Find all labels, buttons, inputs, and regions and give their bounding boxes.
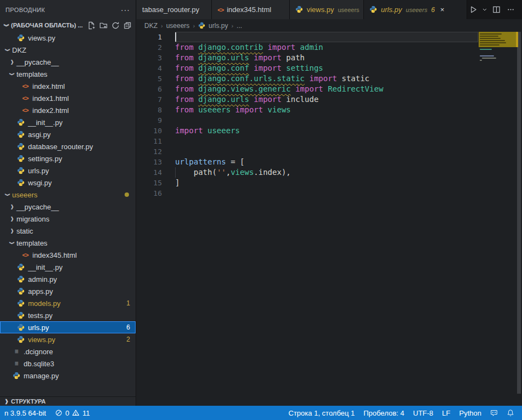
tree-item-admin-py[interactable]: admin.py: [0, 273, 136, 285]
indentation-status[interactable]: Пробелов: 4: [359, 406, 408, 420]
tab-views-py[interactable]: views.pyuseeers2: [290, 0, 364, 19]
code-editor[interactable]: 12from django.contrib import admin3from …: [137, 32, 522, 406]
line-number[interactable]: 5: [137, 73, 162, 84]
chevron-down-icon[interactable]: ❱: [9, 70, 15, 78]
breadcrumb-item-dkz[interactable]: DKZ: [144, 22, 158, 30]
python-interpreter-status[interactable]: n 3.9.5 64-bit: [0, 406, 50, 420]
line-number[interactable]: 2: [137, 42, 162, 53]
tree-item-tests-py[interactable]: tests.py: [0, 309, 136, 321]
code-line-16[interactable]: 16: [137, 188, 522, 198]
code-line-8[interactable]: 8from useeers import views: [137, 105, 522, 115]
more-actions-icon[interactable]: [504, 3, 517, 16]
code-line-15[interactable]: 15]: [137, 178, 522, 188]
code-line-13[interactable]: 13urlpatterns = [: [137, 157, 522, 167]
tree-item-index2-html[interactable]: <>index2.html: [0, 104, 136, 116]
minimap[interactable]: [479, 32, 516, 207]
run-python-file-icon[interactable]: [467, 3, 479, 16]
tree-item--pycache-[interactable]: ❱__pycache__: [0, 201, 136, 213]
code-line-7[interactable]: 7from django.urls import include: [137, 94, 522, 105]
tree-item--init-py[interactable]: __init__.py: [0, 116, 136, 128]
code-line-2[interactable]: 2from django.contrib import admin: [137, 42, 522, 53]
tree-item-views-py[interactable]: views.py2: [0, 333, 136, 345]
line-number[interactable]: 3: [137, 53, 162, 63]
line-number[interactable]: 4: [137, 63, 162, 73]
run-dropdown-icon[interactable]: [481, 3, 488, 16]
tree-item-apps-py[interactable]: apps.py: [0, 285, 136, 297]
breadcrumb-item-useeers[interactable]: useeers: [166, 22, 190, 30]
tree-item--init-py[interactable]: __init__.py: [0, 261, 136, 273]
line-number[interactable]: 10: [137, 126, 162, 136]
scrollbar-thumb[interactable]: [517, 32, 521, 394]
tree-item-index-html[interactable]: <>index.html: [0, 80, 136, 92]
outline-section-header[interactable]: ❱ СТРУКТУРА: [0, 396, 136, 406]
tree-item-urls-py[interactable]: urls.py6: [0, 321, 136, 333]
tree-item-dkz[interactable]: ❱DKZ: [0, 44, 136, 56]
new-file-icon[interactable]: [85, 20, 97, 31]
line-number[interactable]: 9: [137, 115, 162, 126]
code-line-6[interactable]: 6from django.views.generic import Redire…: [137, 84, 522, 94]
notifications-bell-icon[interactable]: [502, 406, 519, 420]
tree-item-urls-py[interactable]: urls.py: [0, 164, 136, 177]
tree-item-templates[interactable]: ❱templates: [0, 237, 136, 249]
line-number[interactable]: 15: [137, 178, 162, 188]
collapse-all-icon[interactable]: [121, 20, 133, 31]
code-line-1[interactable]: 1: [137, 32, 522, 42]
tree-item-index1-html[interactable]: <>index1.html: [0, 92, 136, 104]
tree-item-database-roouter-py[interactable]: database_roouter.py: [0, 140, 136, 152]
tab-index345-html[interactable]: <>index345.html: [212, 0, 289, 19]
workspace-section-header[interactable]: ❱ (РАБОЧАЯ ОБЛАСТЬ) ...: [0, 19, 136, 31]
line-number[interactable]: 6: [137, 84, 162, 94]
explorer-more-actions-icon[interactable]: ···: [121, 5, 130, 14]
eol-status[interactable]: LF: [437, 406, 454, 420]
close-icon[interactable]: ×: [440, 5, 445, 14]
tree-item-migrations[interactable]: ❱migrations: [0, 213, 136, 225]
tab-tabase-roouter-py[interactable]: tabase_roouter.py: [137, 0, 212, 19]
breadcrumb-item-urls-py[interactable]: urls.py: [198, 22, 228, 30]
tree-item--dcignore[interactable]: ≡.dcignore: [0, 345, 136, 357]
code-line-3[interactable]: 3from django.urls import path: [137, 53, 522, 63]
line-number[interactable]: 1: [137, 32, 162, 42]
tree-item-db-sqlite3[interactable]: ≡db.sqlite3: [0, 357, 136, 370]
code-line-11[interactable]: 11: [137, 136, 522, 146]
code-line-12[interactable]: 12: [137, 146, 522, 157]
chevron-down-icon[interactable]: ❱: [5, 190, 10, 199]
split-editor-icon[interactable]: [490, 3, 502, 16]
chevron-right-icon[interactable]: ❱: [8, 228, 16, 234]
editor-scrollbar[interactable]: [516, 32, 522, 406]
language-mode-status[interactable]: Python: [455, 406, 486, 420]
feedback-icon[interactable]: [486, 406, 502, 420]
code-line-5[interactable]: 5from django.conf.urls.static import sta…: [137, 73, 522, 84]
code-line-4[interactable]: 4from django.conf import settings: [137, 63, 522, 73]
tree-item-wsgi-py[interactable]: wsgi.py: [0, 177, 136, 189]
cursor-position-status[interactable]: Строка 1, столбец 1: [284, 406, 360, 420]
tree-item-static[interactable]: ❱static: [0, 225, 136, 237]
refresh-icon[interactable]: [109, 20, 121, 31]
line-number[interactable]: 8: [137, 105, 162, 115]
encoding-status[interactable]: UTF-8: [409, 406, 438, 420]
tree-item-views-py[interactable]: views.py: [0, 32, 136, 44]
code-line-9[interactable]: 9: [137, 115, 522, 126]
code-line-14[interactable]: 14 path('',views.index),: [137, 167, 522, 178]
line-number[interactable]: 11: [137, 136, 162, 146]
chevron-right-icon[interactable]: ❱: [8, 204, 16, 209]
tree-item-templates[interactable]: ❱templates: [0, 68, 136, 80]
chevron-down-icon[interactable]: ❱: [9, 239, 15, 247]
tab-urls-py[interactable]: urls.pyuseeers6×: [364, 0, 467, 19]
breadcrumb-item--[interactable]: ...: [237, 22, 242, 30]
tree-item-useeers[interactable]: ❱useeers: [0, 189, 136, 201]
problems-status[interactable]: 0 11: [50, 406, 94, 420]
tree-item-asgi-py[interactable]: asgi.py: [0, 128, 136, 140]
line-number[interactable]: 14: [137, 167, 162, 178]
chevron-right-icon[interactable]: ❱: [8, 59, 16, 65]
tree-item-settings-py[interactable]: settings.py: [0, 152, 136, 164]
new-folder-icon[interactable]: [97, 20, 109, 31]
tree-item-manage-py[interactable]: manage.py: [0, 370, 136, 382]
line-number[interactable]: 16: [137, 188, 162, 198]
code-line-10[interactable]: 10import useeers: [137, 126, 522, 136]
tree-item-models-py[interactable]: models.py1: [0, 297, 136, 309]
tree-item-index345-html[interactable]: <>index345.html: [0, 249, 136, 261]
chevron-down-icon[interactable]: ❱: [5, 46, 10, 54]
chevron-right-icon[interactable]: ❱: [8, 216, 16, 222]
line-number[interactable]: 12: [137, 146, 162, 157]
tree-item--pycache-[interactable]: ❱__pycache__: [0, 56, 136, 68]
